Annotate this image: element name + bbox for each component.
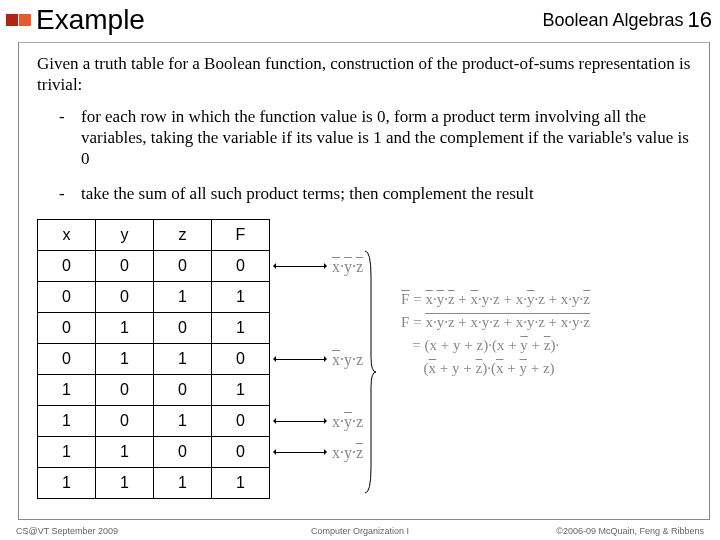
accent-square-light xyxy=(19,14,31,26)
bullet-item: - for each row in which the function val… xyxy=(59,106,695,170)
product-terms: x·y·z x·y·z x·y·z x·y·z xyxy=(332,219,363,500)
table-header-row: x y z F xyxy=(38,219,270,250)
footer-left: CS@VT September 2009 xyxy=(16,526,245,536)
bullet-item: - take the sum of all such product terms… xyxy=(59,183,695,204)
table-row: 0000 xyxy=(38,250,270,281)
arrow-column xyxy=(270,219,330,500)
page-number: 16 xyxy=(688,7,712,33)
table-row: 0110 xyxy=(38,343,270,374)
bullet-text: for each row in which the function value… xyxy=(81,106,695,170)
eq-line-2: F = x·y·z + x·y·z + x·y·z + x·y·z xyxy=(401,314,590,331)
arrow-icon xyxy=(274,359,326,360)
arrow-icon xyxy=(274,452,326,453)
bullet-dash: - xyxy=(59,183,81,204)
footer-right: ©2006-09 McQuain, Feng & Ribbens xyxy=(475,526,704,536)
footer-center: Computer Organization I xyxy=(245,526,474,536)
col-y: y xyxy=(96,219,154,250)
term-row-0: x·y·z xyxy=(332,252,363,283)
table-row: 1100 xyxy=(38,436,270,467)
slide-topic: Boolean Algebras xyxy=(542,10,683,31)
eq-line-1: F = x·y·z + x·y·z + x·y·z + x·y·z xyxy=(401,291,590,308)
intro-text: Given a truth table for a Boolean functi… xyxy=(37,53,695,96)
eq-line-4: (x + y + z)·(x + y + z) xyxy=(401,360,590,377)
col-z: z xyxy=(154,219,212,250)
equations: F = x·y·z + x·y·z + x·y·z + x·y·z F = x·… xyxy=(401,291,590,383)
bullet-text: take the sum of all such product terms; … xyxy=(81,183,695,204)
lower-panel: x y z F 0000 0011 0101 0110 1001 1010 11… xyxy=(37,219,695,500)
table-row: 1111 xyxy=(38,467,270,498)
arrow-icon xyxy=(274,266,326,267)
accent-square-dark xyxy=(6,14,18,26)
table-row: 1001 xyxy=(38,374,270,405)
table-row: 0101 xyxy=(38,312,270,343)
slide-footer: CS@VT September 2009 Computer Organizati… xyxy=(0,526,720,536)
col-f: F xyxy=(212,219,270,250)
slide-header: Example Boolean Algebras 16 xyxy=(0,0,720,42)
truth-table: x y z F 0000 0011 0101 0110 1001 1010 11… xyxy=(37,219,270,499)
bullet-dash: - xyxy=(59,106,81,170)
eq-line-3: = (x + y + z)·(x + y + z)· xyxy=(401,337,590,354)
col-x: x xyxy=(38,219,96,250)
brace-icon xyxy=(363,219,377,500)
bullet-list: - for each row in which the function val… xyxy=(59,106,695,205)
content-box: Given a truth table for a Boolean functi… xyxy=(18,42,710,520)
term-row-3: x·y·z xyxy=(332,345,363,376)
arrow-icon xyxy=(274,421,326,422)
table-row: 1010 xyxy=(38,405,270,436)
table-row: 0011 xyxy=(38,281,270,312)
term-row-6: x·y·z xyxy=(332,438,363,469)
slide-title: Example xyxy=(36,4,145,36)
term-row-5: x·y·z xyxy=(332,407,363,438)
brace-svg xyxy=(363,247,377,497)
